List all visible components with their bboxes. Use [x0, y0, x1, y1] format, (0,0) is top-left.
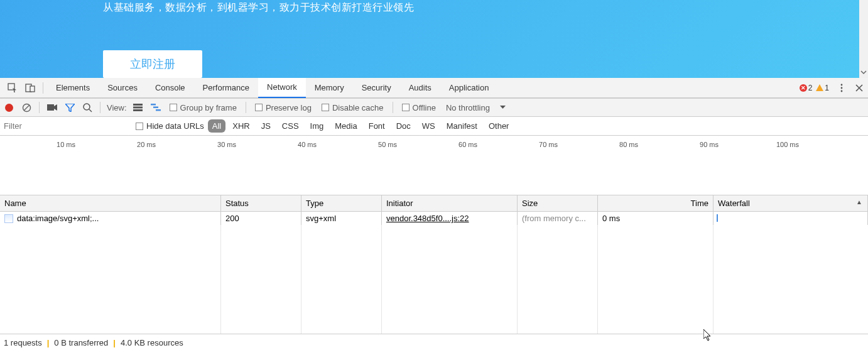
hide-data-urls-label: Hide data URLs — [146, 121, 204, 131]
svg-rect-11 — [133, 104, 143, 106]
timeline-tick: 80 ms — [619, 141, 638, 148]
status-transferred: 0 B transferred — [54, 338, 108, 347]
svg-point-5 — [841, 90, 843, 92]
col-waterfall[interactable]: Waterfall▲ — [713, 195, 868, 211]
tab-security[interactable]: Security — [353, 78, 400, 98]
disable-cache-checkbox[interactable]: Disable cache — [317, 103, 389, 112]
close-devtools-icon[interactable] — [850, 78, 868, 98]
tab-console[interactable]: Console — [146, 78, 194, 98]
error-count-value: 2 — [808, 84, 813, 92]
chevron-down-icon — [860, 69, 867, 75]
mouse-cursor-icon — [703, 329, 713, 342]
camera-icon[interactable] — [43, 98, 61, 117]
large-rows-icon[interactable] — [129, 98, 147, 117]
row-status: 200 — [221, 212, 301, 225]
record-button[interactable] — [0, 98, 18, 117]
svg-point-4 — [841, 87, 843, 89]
timeline-tick: 90 ms — [700, 141, 719, 148]
filter-type-img[interactable]: Img — [306, 119, 328, 133]
kebab-menu-icon[interactable] — [833, 78, 850, 98]
warning-count[interactable]: 1 — [816, 84, 829, 92]
tab-network[interactable]: Network — [258, 78, 306, 98]
table-row[interactable]: data:image/svg+xml;...200svg+xmlvendor.3… — [0, 212, 868, 225]
warning-count-value: 1 — [825, 84, 829, 92]
device-toolbar-icon[interactable] — [21, 78, 39, 98]
filter-type-css[interactable]: CSS — [278, 119, 303, 133]
tab-memory[interactable]: Memory — [306, 78, 353, 98]
tab-elements[interactable]: Elements — [47, 78, 99, 98]
search-icon[interactable] — [79, 98, 96, 117]
svg-point-9 — [84, 104, 90, 110]
disable-cache-label: Disable cache — [332, 103, 384, 112]
tab-sources[interactable]: Sources — [99, 78, 146, 98]
svg-rect-13 — [133, 109, 143, 111]
svg-rect-14 — [151, 104, 156, 106]
hero-subtitle: 从基础服务，数据分析，到机器学习，致力于技术创新打造行业领先 — [103, 1, 414, 14]
row-size: (from memory c... — [518, 212, 598, 225]
timeline-tick: 30 ms — [217, 141, 236, 148]
svg-line-7 — [24, 105, 30, 111]
filter-type-ws[interactable]: WS — [418, 119, 440, 133]
col-status[interactable]: Status — [221, 195, 301, 211]
row-initiator[interactable]: vendor.348d5f0....js:22 — [386, 214, 469, 223]
inspect-element-icon[interactable] — [4, 78, 21, 98]
col-time[interactable]: Time — [598, 195, 713, 211]
row-waterfall — [713, 212, 868, 225]
preserve-log-label: Preserve log — [266, 103, 312, 112]
filter-icon[interactable] — [61, 98, 79, 117]
error-count[interactable]: ✕2 — [800, 84, 813, 92]
filter-type-all[interactable]: All — [208, 119, 225, 133]
status-resources: 4.0 KB resources — [121, 338, 183, 347]
group-by-frame-label: Group by frame — [180, 103, 237, 112]
svg-line-10 — [89, 109, 92, 112]
timeline-tick: 10 ms — [57, 141, 75, 148]
timeline-tick: 100 ms — [776, 141, 799, 148]
timeline-tick: 40 ms — [298, 141, 317, 148]
throttling-value: No throttling — [446, 103, 490, 112]
svg-rect-15 — [153, 107, 158, 109]
tab-audits[interactable]: Audits — [400, 78, 440, 98]
view-label: View: — [104, 103, 129, 112]
tab-performance[interactable]: Performance — [194, 78, 258, 98]
group-by-frame-checkbox[interactable]: Group by frame — [165, 103, 242, 112]
timeline-tick: 20 ms — [137, 141, 156, 148]
tab-application[interactable]: Application — [440, 78, 498, 98]
svg-rect-12 — [133, 107, 143, 109]
status-requests: 1 requests — [4, 338, 42, 347]
filter-type-xhr[interactable]: XHR — [228, 119, 254, 133]
hide-data-urls-checkbox[interactable]: Hide data URLs — [136, 121, 204, 131]
timeline-tick: 50 ms — [378, 141, 397, 148]
filter-type-media[interactable]: Media — [330, 119, 361, 133]
svg-rect-8 — [47, 104, 54, 111]
filter-input[interactable] — [4, 119, 129, 133]
page-scrollbar[interactable] — [859, 0, 868, 78]
clear-icon[interactable] — [18, 98, 35, 117]
offline-checkbox[interactable]: Offline — [397, 103, 441, 112]
col-type[interactable]: Type — [301, 195, 382, 211]
throttling-select[interactable]: No throttling — [441, 103, 511, 112]
register-button[interactable]: 立即注册 — [103, 50, 202, 78]
col-initiator[interactable]: Initiator — [382, 195, 518, 211]
sort-up-icon: ▲ — [856, 199, 862, 205]
filter-type-js[interactable]: JS — [257, 119, 275, 133]
offline-label: Offline — [413, 103, 436, 112]
col-size[interactable]: Size — [518, 195, 598, 211]
timeline-tick: 70 ms — [539, 141, 558, 148]
filter-type-doc[interactable]: Doc — [392, 119, 415, 133]
svg-rect-2 — [30, 86, 35, 92]
svg-rect-16 — [156, 109, 161, 111]
row-type: svg+xml — [301, 212, 382, 225]
row-name: data:image/svg+xml;... — [17, 214, 99, 223]
waterfall-view-icon[interactable] — [147, 98, 165, 117]
filter-type-font[interactable]: Font — [364, 119, 389, 133]
svg-point-3 — [841, 84, 843, 85]
row-time: 0 ms — [598, 212, 713, 225]
col-name[interactable]: Name — [0, 195, 221, 211]
file-icon — [4, 214, 13, 223]
timeline-overview[interactable]: 10 ms20 ms30 ms40 ms50 ms60 ms70 ms80 ms… — [0, 136, 868, 195]
preserve-log-checkbox[interactable]: Preserve log — [250, 103, 317, 112]
timeline-tick: 60 ms — [458, 141, 477, 148]
filter-type-other[interactable]: Other — [484, 119, 514, 133]
filter-type-manifest[interactable]: Manifest — [442, 119, 482, 133]
